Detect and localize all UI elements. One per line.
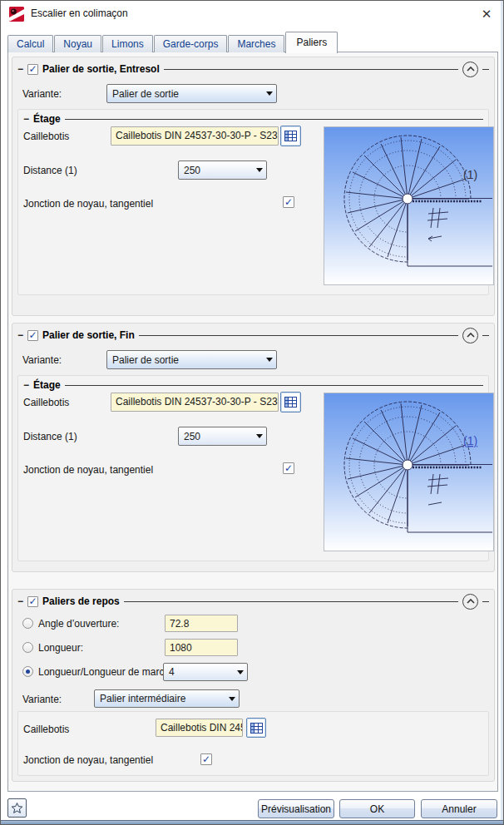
- variante-label: Variante:: [22, 694, 62, 705]
- group-paliers-de-repos: Paliers de repos Angle d’ouverture: 72.8…: [12, 589, 495, 782]
- distance-dropdown-value: 250: [179, 165, 253, 176]
- header-rule: [164, 69, 458, 70]
- caillebotis-label: Caillebotis: [23, 724, 69, 735]
- longueur-label: Longueur:: [38, 642, 83, 654]
- tab-strip: Calcul Noyau Limons Garde-corps Marches …: [7, 32, 338, 52]
- tab-page-paliers: Palier de sortie, Entresol Variante: Pal…: [7, 52, 498, 792]
- window-title: Escalier en colimaçon: [31, 7, 128, 19]
- chevron-down-icon: [263, 91, 276, 96]
- variante-dropdown[interactable]: Palier intermédiaire: [94, 689, 240, 708]
- cancel-button[interactable]: Annuler: [421, 799, 497, 818]
- header-rule: [139, 335, 458, 336]
- collapse-dash-icon: [17, 63, 23, 75]
- jonction-checkbox[interactable]: [283, 462, 294, 474]
- longueur-radio[interactable]: [22, 642, 33, 653]
- tab-limons[interactable]: Limons: [102, 35, 153, 52]
- close-icon[interactable]: ✕: [477, 5, 496, 23]
- etage-title: Étage: [33, 113, 61, 125]
- jonction-checkbox[interactable]: [283, 196, 294, 208]
- chevron-down-icon: [225, 697, 239, 701]
- window-edge-bottom: [1, 820, 503, 824]
- distance-dropdown-value: 250: [179, 431, 253, 442]
- collapse-button[interactable]: [462, 328, 478, 343]
- preview-annotation-link[interactable]: (1): [463, 434, 477, 447]
- variante-label: Variante:: [22, 88, 62, 100]
- variante-label: Variante:: [22, 354, 62, 366]
- etage-header: Étage: [23, 112, 483, 126]
- jonction-checkbox[interactable]: [200, 753, 212, 765]
- caillebotis-browse-button[interactable]: [280, 392, 301, 412]
- group-palier-sortie-fin: Palier de sortie, Fin Variante: Palier d…: [12, 323, 495, 572]
- caillebotis-field[interactable]: Caillebotis DIN 24537-30-30-P - S235: [111, 126, 279, 146]
- angle-ouverture-label: Angle d’ouverture:: [38, 618, 119, 630]
- caillebotis-label: Caillebotis: [23, 131, 69, 142]
- distance-dropdown[interactable]: 250: [178, 427, 267, 446]
- longueur-marche-label: Longueur/Longueur de marche:: [38, 666, 178, 678]
- group-enable-checkbox[interactable]: [27, 330, 38, 341]
- etage-subgroup: Étage Caillebotis Caillebotis DIN 24537-…: [17, 375, 489, 561]
- tab-calcul[interactable]: Calcul: [7, 35, 53, 52]
- app-icon: [9, 7, 24, 22]
- group-header: Paliers de repos: [17, 594, 489, 609]
- chevron-down-icon: [253, 434, 266, 438]
- group-header: Palier de sortie, Entresol: [17, 62, 489, 77]
- chevron-down-icon: [234, 670, 247, 674]
- variante-dropdown[interactable]: Palier de sortie: [106, 350, 277, 369]
- collapse-dash-icon: [17, 595, 23, 607]
- longueur-marche-dropdown[interactable]: 4: [163, 663, 248, 681]
- caillebotis-field[interactable]: Caillebotis DIN 24537: [156, 719, 243, 737]
- collapse-button[interactable]: [462, 594, 478, 610]
- distance-dropdown[interactable]: 250: [178, 161, 267, 180]
- group-enable-checkbox[interactable]: [27, 64, 38, 75]
- tab-marches[interactable]: Marches: [228, 35, 284, 52]
- table-browse-icon: [250, 723, 263, 734]
- stair-plan-preview: (1): [324, 393, 494, 551]
- table-browse-icon: [284, 397, 297, 408]
- variante-dropdown[interactable]: Palier de sortie: [106, 84, 277, 103]
- preview-annotation: (1): [463, 168, 477, 181]
- window-edge-right: [501, 1, 503, 824]
- distance-label: Distance (1): [23, 431, 77, 442]
- jonction-label: Jonction de noyau, tangentiel: [23, 464, 153, 476]
- preview-button[interactable]: Prévisualisation: [258, 799, 334, 818]
- caillebotis-browse-button[interactable]: [280, 126, 301, 146]
- collapse-dash-icon: [23, 113, 29, 125]
- group-title: Palier de sortie, Entresol: [42, 63, 160, 75]
- tab-garde-corps[interactable]: Garde-corps: [154, 35, 228, 52]
- distance-label: Distance (1): [23, 165, 77, 176]
- header-rule: [65, 385, 483, 386]
- table-browse-icon: [284, 131, 297, 141]
- header-rule: [124, 601, 458, 602]
- caillebotis-label: Caillebotis: [23, 397, 69, 408]
- favorite-star-icon: [11, 802, 23, 814]
- group-enable-checkbox[interactable]: [27, 596, 38, 607]
- caillebotis-subgroup: Caillebotis Caillebotis DIN 24537 Joncti…: [17, 711, 489, 776]
- group-header: Palier de sortie, Fin: [17, 328, 489, 343]
- caillebotis-field[interactable]: Caillebotis DIN 24537-30-30-P - S235: [111, 393, 279, 412]
- group-palier-sortie-entresol: Palier de sortie, Entresol Variante: Pal…: [12, 57, 495, 316]
- header-rule-end: [482, 69, 489, 70]
- etage-subgroup: Étage Caillebotis Caillebotis DIN 24537-…: [17, 109, 489, 295]
- collapse-button[interactable]: [462, 62, 478, 77]
- jonction-label: Jonction de noyau, tangentiel: [23, 754, 153, 766]
- longueur-field[interactable]: 1080: [165, 639, 238, 656]
- angle-ouverture-radio[interactable]: [22, 618, 33, 629]
- title-bar: Escalier en colimaçon ✕: [1, 1, 503, 26]
- header-rule-end: [482, 335, 489, 336]
- etage-header: Étage: [23, 378, 483, 392]
- header-rule-end: [482, 601, 489, 602]
- variante-dropdown-value: Palier de sortie: [107, 354, 263, 366]
- chevron-up-icon: [467, 599, 475, 604]
- tab-paliers[interactable]: Paliers: [285, 32, 338, 53]
- jonction-label: Jonction de noyau, tangentiel: [23, 198, 153, 210]
- tab-noyau[interactable]: Noyau: [54, 35, 101, 52]
- longueur-marche-dropdown-value: 4: [164, 666, 234, 678]
- longueur-marche-radio[interactable]: [22, 666, 33, 677]
- favorite-button[interactable]: [7, 798, 27, 818]
- ok-button[interactable]: OK: [339, 799, 415, 818]
- stair-plan-preview: (1): [324, 126, 494, 285]
- caillebotis-browse-button[interactable]: [246, 718, 266, 738]
- etage-title: Étage: [33, 379, 61, 391]
- angle-ouverture-field[interactable]: 72.8: [165, 615, 238, 632]
- collapse-dash-icon: [17, 329, 23, 341]
